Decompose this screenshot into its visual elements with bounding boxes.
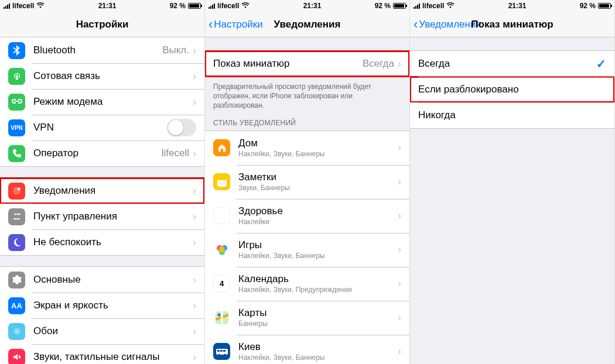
- wifi-icon: [446, 2, 455, 10]
- chevron-right-icon: ›: [193, 351, 196, 363]
- app-label: Календарь: [238, 273, 398, 285]
- app-label: Заметки: [238, 171, 398, 183]
- signal-icon: [209, 4, 215, 9]
- option-never[interactable]: Никогда: [410, 102, 614, 128]
- row-label: Звуки, тактильные сигналы: [33, 351, 193, 363]
- row-dnd[interactable]: Не беспокоить ›: [0, 229, 204, 255]
- phone-icon: [8, 145, 25, 162]
- app-sub: Баннеры: [238, 320, 398, 328]
- nav-bar: ‹ Настройки Уведомления: [205, 12, 409, 37]
- status-time: 21:31: [303, 2, 322, 10]
- svg-rect-24: [223, 350, 226, 352]
- battery-pct: 92 %: [375, 2, 391, 10]
- chevron-right-icon: ›: [193, 300, 196, 312]
- heart-icon: ♥: [213, 207, 230, 224]
- row-label: Экран и яркость: [33, 300, 193, 311]
- back-label: Уведомления: [419, 19, 481, 30]
- app-row-calendar[interactable]: 4 Календарь Наклейки, Звуки, Предупрежде…: [205, 267, 409, 301]
- carrier-label: lifecell: [12, 2, 34, 10]
- row-notifications[interactable]: Уведомления ›: [0, 178, 204, 204]
- calendar-icon: 4: [213, 275, 230, 292]
- app-sub: Наклейки, Звуки, Предупреждения: [238, 286, 398, 294]
- battery-icon: [188, 3, 201, 9]
- row-wallpaper[interactable]: Обои ›: [0, 318, 204, 344]
- speaker-icon: [8, 349, 25, 365]
- chevron-right-icon: ›: [193, 325, 196, 338]
- app-row-health[interactable]: ♥ Здоровье Наклейки ›: [205, 199, 409, 233]
- carrier-label: lifecell: [422, 2, 444, 10]
- app-label: Киев: [238, 341, 398, 353]
- app-row-maps[interactable]: Карты Баннеры ›: [205, 301, 409, 335]
- row-label: Уведомления: [33, 185, 193, 197]
- row-value: Выкл.: [162, 44, 189, 56]
- row-preview[interactable]: Показ миниатюр Всегда ›: [205, 51, 409, 77]
- app-row-games[interactable]: Игры Наклейки, Звуки, Баннеры ›: [205, 233, 409, 267]
- maps-icon: [213, 309, 230, 326]
- svg-point-7: [16, 331, 18, 332]
- gear-icon: [8, 272, 25, 289]
- signal-icon: [414, 4, 420, 9]
- checkmark-icon: ✓: [596, 57, 606, 71]
- row-carrier[interactable]: Оператор lifecell ›: [0, 140, 204, 166]
- row-control-center[interactable]: Пункт управления ›: [0, 204, 204, 229]
- app-sub: Наклейки, Звуки, Баннеры: [238, 252, 398, 260]
- svg-point-20: [217, 313, 220, 316]
- status-bar: lifecell 21:31 92 %: [0, 0, 204, 12]
- carrier-label: lifecell: [217, 2, 239, 10]
- chevron-left-icon: ‹: [209, 17, 213, 32]
- control-center-icon: [8, 208, 25, 225]
- chevron-left-icon: ‹: [414, 17, 418, 32]
- signal-icon: [4, 4, 10, 9]
- row-value: lifecell: [162, 147, 189, 159]
- row-vpn[interactable]: VPN VPN: [0, 115, 204, 140]
- svg-point-18: [219, 246, 225, 252]
- app-row-home[interactable]: Дом Наклейки, Звуки, Баннеры ›: [205, 131, 409, 165]
- chevron-right-icon: ›: [193, 147, 196, 160]
- row-general[interactable]: Основные ›: [0, 267, 204, 293]
- status-bar: lifecell 21:31 92 %: [205, 0, 409, 12]
- app-row-notes[interactable]: Заметки Звуки, Баннеры ›: [205, 165, 409, 199]
- chevron-right-icon: ›: [193, 211, 196, 223]
- chevron-right-icon: ›: [398, 277, 401, 290]
- chevron-right-icon: ›: [193, 236, 196, 249]
- vpn-toggle[interactable]: [167, 119, 196, 136]
- wifi-icon: [241, 2, 250, 10]
- app-sub: Наклейки, Звуки, Баннеры: [238, 353, 398, 362]
- app-label: Здоровье: [238, 205, 398, 217]
- chevron-right-icon: ›: [398, 243, 401, 256]
- bluetooth-icon: [8, 42, 25, 59]
- moon-icon: [8, 234, 25, 251]
- row-label: Обои: [33, 325, 193, 337]
- status-time: 21:31: [98, 2, 117, 10]
- notes-icon: [213, 173, 230, 190]
- back-button[interactable]: ‹ Настройки: [205, 17, 263, 32]
- chevron-right-icon: ›: [193, 274, 196, 286]
- gamecenter-icon: [213, 241, 230, 258]
- row-label: Не беспокоить: [33, 236, 193, 248]
- screen-preview-options: lifecell 21:31 92 % ‹ Уведомления Показ …: [410, 0, 615, 364]
- option-always[interactable]: Всегда ✓: [410, 51, 614, 77]
- row-label: Пункт управления: [33, 211, 193, 222]
- row-cellular[interactable]: Сотовая связь ›: [0, 63, 204, 89]
- svg-rect-23: [220, 350, 223, 352]
- option-when-unlocked[interactable]: Если разблокировано: [410, 77, 614, 102]
- wallpaper-icon: [8, 323, 25, 340]
- home-app-icon: [213, 139, 230, 156]
- row-display[interactable]: AA Экран и яркость ›: [0, 293, 204, 318]
- app-label: Дом: [238, 138, 398, 149]
- battery-icon: [393, 3, 406, 9]
- row-label: Оператор: [33, 147, 162, 159]
- svg-point-4: [18, 218, 19, 220]
- app-row-kyiv[interactable]: Киев Наклейки, Звуки, Баннеры ›: [205, 335, 409, 364]
- svg-rect-3: [16, 214, 20, 215]
- row-bluetooth[interactable]: Bluetooth Выкл. ›: [0, 37, 204, 63]
- back-button[interactable]: ‹ Уведомления: [410, 17, 481, 32]
- chevron-right-icon: ›: [193, 96, 196, 108]
- row-label: Показ миниатюр: [213, 58, 363, 70]
- nav-bar: Настройки: [0, 12, 204, 37]
- page-title: Настройки: [0, 19, 204, 30]
- row-sounds[interactable]: Звуки, тактильные сигналы ›: [0, 344, 204, 364]
- link-icon: [8, 94, 25, 111]
- row-label: Основные: [33, 274, 193, 286]
- row-hotspot[interactable]: Режим модема ›: [0, 89, 204, 115]
